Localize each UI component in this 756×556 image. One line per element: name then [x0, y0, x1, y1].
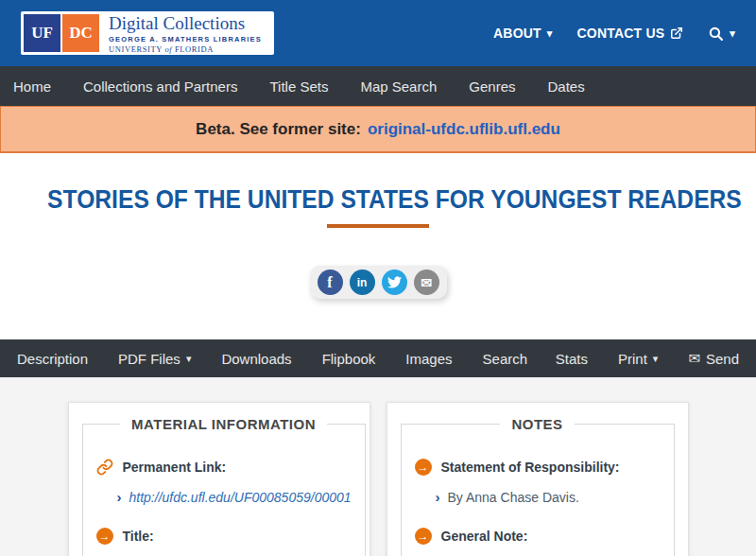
caret-down-icon: ▾	[653, 354, 659, 364]
logo-subtitle-libraries: GEORGE A. SMATHERS LIBRARIES	[109, 35, 262, 43]
statement-of-responsibility-value: By Anna Chase Davis.	[448, 488, 579, 507]
link-icon	[96, 459, 113, 476]
send-label: Send	[706, 351, 739, 367]
contact-us-link[interactable]: CONTACT US	[577, 26, 684, 41]
tab-search[interactable]: Search	[483, 351, 528, 367]
external-link-icon	[670, 26, 683, 40]
arrow-circle-icon: →	[415, 528, 432, 545]
material-information-card: MATERIAL INFORMATION Permanent Link: › h…	[68, 402, 370, 556]
tab-send[interactable]: ✉ Send	[688, 350, 739, 367]
item-nav: Description PDF Files ▾ Downloads Flipbo…	[0, 339, 756, 377]
content-area: MATERIAL INFORMATION Permanent Link: › h…	[0, 377, 756, 556]
title-label-row: → Title:	[96, 528, 352, 545]
ufdc-logo[interactable]: UF DC Digital Collections GEORGE A. SMAT…	[21, 11, 274, 55]
logo-of: of	[164, 44, 172, 54]
social-share-pill: f in ✉	[310, 266, 447, 299]
linkedin-icon: in	[357, 276, 368, 289]
tab-downloads[interactable]: Downloads	[221, 351, 291, 367]
material-information-fieldset: MATERIAL INFORMATION Permanent Link: › h…	[82, 416, 366, 556]
statement-of-responsibility-value-row: › By Anna Chase Davis.	[415, 488, 661, 507]
statement-of-responsibility-label: Statement of Responsibility:	[441, 460, 620, 475]
arrow-glyph: →	[99, 530, 111, 543]
arrow-glyph: →	[418, 530, 429, 543]
print-label: Print	[618, 351, 647, 367]
about-menu[interactable]: ABOUT ▾	[493, 26, 553, 41]
cards-container: MATERIAL INFORMATION Permanent Link: › h…	[68, 402, 689, 556]
logo-text: Digital Collections GEORGE A. SMATHERS L…	[99, 14, 271, 52]
tab-flipbook[interactable]: Flipbook	[322, 351, 376, 367]
contact-us-label: CONTACT US	[577, 26, 665, 41]
social-share-bar: f in ✉	[0, 266, 756, 299]
permanent-link-value-row: › http://ufdc.ufl.edu/UF00085059/00001	[96, 488, 352, 507]
email-share-button[interactable]: ✉	[414, 269, 439, 295]
tab-pdf-files[interactable]: PDF Files ▾	[118, 351, 191, 367]
caret-down-icon: ▾	[547, 28, 553, 39]
title-section: STORIES OF THE UNITED STATES FOR YOUNGES…	[0, 153, 756, 228]
beta-banner-text: Beta. See former site:	[196, 120, 361, 139]
tab-images[interactable]: Images	[405, 351, 452, 367]
logo-university: UNIVERSITY	[109, 44, 163, 54]
arrow-circle-icon: →	[96, 528, 113, 545]
header-links: ABOUT ▾ CONTACT US ▾	[493, 26, 735, 42]
item-nav-right: Stats Print ▾ ✉ Send	[556, 350, 739, 367]
nav-item-title-sets[interactable]: Title Sets	[269, 78, 328, 95]
dc-logo-square: DC	[62, 14, 99, 52]
notes-fieldset: NOTES → Statement of Responsibility: › B…	[401, 416, 675, 556]
envelope-icon: ✉	[688, 350, 700, 367]
permanent-link-label: Permanent Link:	[123, 460, 227, 475]
title-divider	[327, 224, 429, 228]
notes-title: NOTES	[500, 416, 574, 432]
facebook-share-button[interactable]: f	[318, 269, 343, 295]
logo-florida: FLORIDA	[175, 44, 214, 54]
logo-subtitle-university: UNIVERSITY of FLORIDA	[109, 44, 262, 54]
arrow-glyph: →	[418, 460, 429, 474]
linkedin-share-button[interactable]: in	[350, 269, 375, 295]
tab-print[interactable]: Print ▾	[618, 351, 658, 367]
tab-stats[interactable]: Stats	[556, 351, 588, 367]
notes-card: NOTES → Statement of Responsibility: › B…	[387, 402, 689, 556]
uf-logo-square: UF	[24, 14, 60, 52]
general-note-label: General Note:	[441, 529, 528, 544]
permanent-link-url[interactable]: http://ufdc.ufl.edu/UF00085059/00001	[129, 488, 352, 507]
former-site-link[interactable]: original-ufdc.uflib.ufl.edu	[368, 120, 560, 139]
item-nav-left: Description PDF Files ▾ Downloads Flipbo…	[17, 351, 527, 367]
nav-item-collections-and-partners[interactable]: Collections and Partners	[83, 78, 237, 95]
about-label: ABOUT	[493, 26, 541, 41]
site-header: UF DC Digital Collections GEORGE A. SMAT…	[0, 0, 756, 66]
tab-description[interactable]: Description	[17, 351, 88, 367]
main-nav: Home Collections and Partners Title Sets…	[0, 66, 756, 106]
arrow-circle-icon: →	[415, 459, 432, 476]
page-title: STORIES OF THE UNITED STATES FOR YOUNGES…	[47, 184, 742, 215]
twitter-icon	[387, 275, 402, 289]
nav-item-home[interactable]: Home	[13, 78, 51, 95]
chevron-right-icon: ›	[117, 488, 122, 507]
twitter-share-button[interactable]	[382, 269, 407, 295]
caret-down-icon: ▾	[186, 354, 192, 364]
logo-title: Digital Collections	[109, 14, 262, 33]
envelope-icon: ✉	[421, 275, 432, 290]
search-menu[interactable]: ▾	[708, 26, 735, 42]
general-note-row: → General Note:	[415, 528, 661, 545]
chevron-right-icon: ›	[436, 488, 440, 507]
search-icon	[708, 26, 724, 42]
nav-item-dates[interactable]: Dates	[547, 78, 584, 95]
statement-of-responsibility-row: → Statement of Responsibility:	[415, 459, 661, 476]
title-label: Title:	[123, 529, 154, 544]
beta-banner: Beta. See former site: original-ufdc.ufl…	[0, 106, 756, 153]
caret-down-icon: ▾	[730, 28, 735, 39]
facebook-icon: f	[327, 274, 332, 291]
permanent-link-row: Permanent Link:	[96, 459, 352, 476]
nav-item-genres[interactable]: Genres	[469, 78, 515, 95]
pdf-files-label: PDF Files	[118, 351, 180, 367]
nav-item-map-search[interactable]: Map Search	[360, 78, 437, 95]
material-information-title: MATERIAL INFORMATION	[120, 416, 327, 432]
